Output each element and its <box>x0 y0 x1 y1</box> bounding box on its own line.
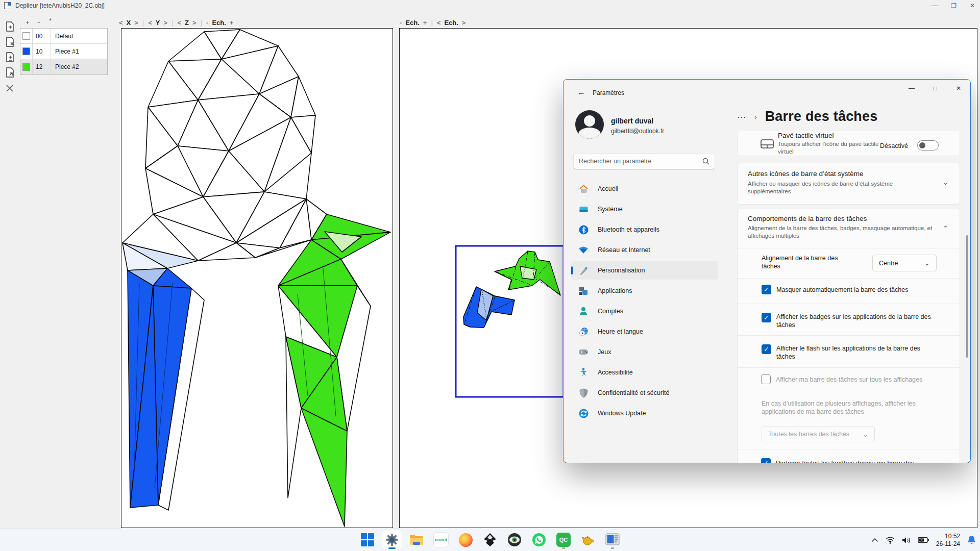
virtual-touchpad-card[interactable]: Pavé tactile virtuel Toujours afficher l… <box>737 131 960 156</box>
settings-title: Paramètres <box>593 89 624 96</box>
file-explorer-button[interactable] <box>406 530 427 550</box>
viewport3d-controls: <X> | <Y> | <Z> | -Ech.+ <box>119 18 233 27</box>
deplieur-close-button[interactable]: ✕ <box>970 2 975 9</box>
mesh-3d <box>121 29 393 528</box>
settings-maximize-button[interactable]: □ <box>923 80 947 97</box>
qc-app-button[interactable]: QC <box>553 530 574 550</box>
back-icon[interactable]: ← <box>575 88 588 99</box>
card-description: Afficher ou masquer des icônes de barre … <box>748 180 921 195</box>
doc-delete-icon[interactable] <box>5 37 15 47</box>
share-windows-checkbox[interactable]: ✓ <box>761 458 771 463</box>
material-remove-button[interactable]: - <box>38 18 40 26</box>
qc-icon: QC <box>556 533 571 547</box>
deplieur-maximize-button[interactable]: ❐ <box>951 2 957 9</box>
chevron-up-icon[interactable]: ⌃ <box>943 224 948 232</box>
clock[interactable]: 10:52 26-11-24 <box>936 533 960 548</box>
alignment-dropdown[interactable]: Centre ⌄ <box>872 255 937 271</box>
doc-add-icon[interactable] <box>5 21 15 32</box>
page-next-button[interactable]: > <box>462 19 466 27</box>
autohide-checkbox[interactable]: ✓ <box>762 285 771 294</box>
multi-display-value: Toutes les barres des tâches <box>768 431 849 438</box>
breadcrumb-ellipsis[interactable]: ··· <box>737 112 746 121</box>
card-description: Alignement de la barre des tâches, badge… <box>748 224 937 240</box>
system-tray-icons-card[interactable]: Autres icônes de barre d’état système Af… <box>737 163 960 205</box>
checkbox-label: Afficher le flash sur les applications d… <box>776 344 940 361</box>
page-prev-button[interactable]: < <box>437 19 441 27</box>
checkbox-label: Partager toutes les fenêtres depuis ma b… <box>776 458 944 463</box>
rotate-x-next-button[interactable]: > <box>134 19 138 27</box>
screen-app-icon <box>605 533 620 547</box>
rotate-y-prev-button[interactable]: < <box>148 19 152 27</box>
deplieur-titlebar: Deplieur [teteAnubisH20_2C.obj] — ❐ ✕ <box>0 0 980 11</box>
alignment-label: Alignement de la barre des tâches <box>762 254 851 270</box>
page-title: Barre des tâches <box>765 109 878 124</box>
rotate-x-prev-button[interactable]: < <box>119 19 123 27</box>
user-name: gilbert duval <box>611 117 653 125</box>
screen-app-button[interactable] <box>602 530 623 550</box>
desktop: Deplieur [teteAnubisH20_2C.obj] — ❐ ✕ + … <box>0 0 980 551</box>
viewport-3d[interactable] <box>121 28 393 528</box>
speaker-icon[interactable] <box>902 537 911 544</box>
taskbar-settings-button[interactable] <box>382 530 402 550</box>
tray-date: 26-11-24 <box>936 540 960 548</box>
alignment-value: Centre <box>879 260 898 267</box>
eye-viewer-button[interactable] <box>504 530 525 550</box>
cricut-app-button[interactable]: cricut <box>431 530 451 550</box>
inkscape-button[interactable] <box>480 530 500 550</box>
badges-checkbox[interactable]: ✓ <box>762 313 771 322</box>
gear-icon <box>385 533 399 547</box>
doc-scale-icon[interactable] <box>5 52 15 62</box>
chevron-down-icon[interactable]: ⌄ <box>943 179 948 186</box>
wifi-icon[interactable] <box>886 537 895 544</box>
virtual-touchpad-toggle[interactable] <box>917 140 939 151</box>
table-row[interactable]: 12 Piece #2 <box>20 59 107 74</box>
taskbar: cricut QC <box>0 528 980 551</box>
piece-name: Defaut <box>51 33 107 40</box>
scale-down-button[interactable]: - <box>400 19 402 27</box>
windows-logo-icon <box>360 533 375 547</box>
settings-minimize-button[interactable]: — <box>900 80 923 97</box>
scale-up-button[interactable]: + <box>423 19 427 27</box>
chevron-down-icon: ⌄ <box>863 431 868 438</box>
settings-window: ← Paramètres — □ ✕ gilbert duval gilbert… <box>563 79 971 463</box>
zoom-in-button[interactable]: + <box>230 19 234 27</box>
whatsapp-icon <box>532 533 546 547</box>
doc-export-icon[interactable] <box>5 67 15 78</box>
rotate-z-next-button[interactable]: > <box>192 19 197 27</box>
touchpad-icon <box>761 139 774 149</box>
multi-display-dropdown[interactable]: Toutes les barres des tâches ⌄ <box>762 426 875 442</box>
table-row[interactable]: 80 Defaut <box>20 29 107 44</box>
toggle-status: Désactivé <box>880 142 908 149</box>
all-displays-checkbox[interactable] <box>761 374 771 384</box>
card-title: Autres icônes de barre d’état système <box>748 170 864 178</box>
tray-chevron-up-icon[interactable] <box>871 538 878 542</box>
face-count: 10 <box>33 44 51 59</box>
flash-checkbox[interactable]: ✓ <box>762 344 771 354</box>
checkbox-label: Afficher ma barre des tâches sur tous le… <box>776 374 944 384</box>
system-tray: 10:52 26-11-24 <box>871 529 976 551</box>
taskbar-behaviors-card: Comportements de la barre des tâches Ali… <box>737 209 960 463</box>
deplieur-minimize-button[interactable]: — <box>932 2 938 9</box>
teapot-icon <box>581 533 595 547</box>
color-swatch[interactable] <box>22 32 30 40</box>
start-button[interactable] <box>357 530 378 550</box>
close-panel-icon[interactable] <box>5 83 15 93</box>
material-edit-button[interactable]: * <box>49 17 52 24</box>
firefox-button[interactable] <box>455 530 476 550</box>
settings-close-button[interactable]: ✕ <box>947 80 970 97</box>
zoom-out-button[interactable]: - <box>206 19 208 27</box>
color-swatch[interactable] <box>22 47 30 55</box>
tray-time: 10:52 <box>936 533 960 540</box>
color-swatch[interactable] <box>22 63 30 71</box>
rotate-y-next-button[interactable]: > <box>164 19 168 27</box>
rotate-z-prev-button[interactable]: < <box>178 19 182 27</box>
scrollbar-thumb[interactable] <box>966 235 968 358</box>
table-row[interactable]: 10 Piece #1 <box>20 44 107 59</box>
piece-name: Piece #2 <box>51 63 107 70</box>
notification-bell-icon[interactable] <box>967 535 976 545</box>
battery-icon[interactable] <box>918 537 929 543</box>
whatsapp-button[interactable] <box>529 530 549 550</box>
teapot-app-button[interactable] <box>578 530 598 550</box>
deplieur-app-icon <box>4 2 11 9</box>
material-add-button[interactable]: + <box>26 18 30 26</box>
